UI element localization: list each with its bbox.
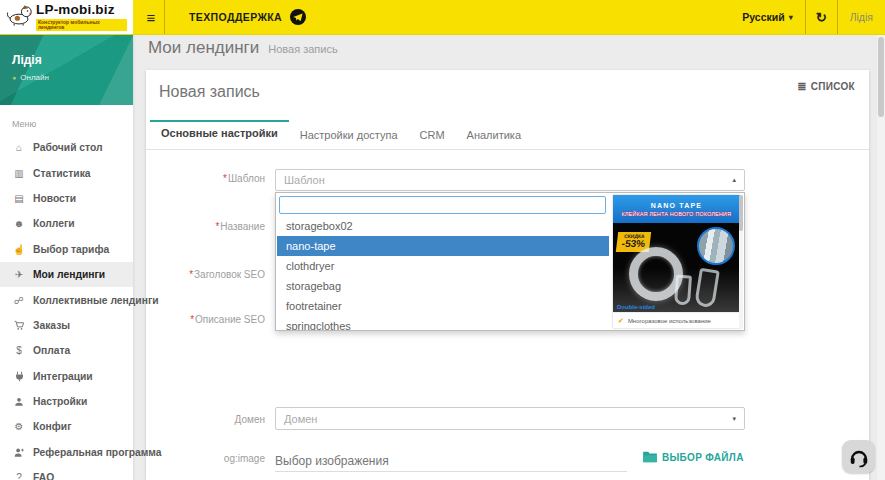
support-chat-widget[interactable] (842, 440, 875, 473)
dropdown-option[interactable]: footretainer (277, 296, 609, 316)
chevron-down-icon: ▾ (789, 13, 793, 22)
dropdown-option-highlighted[interactable]: nano-tape (277, 236, 609, 256)
preview-inset-photo (697, 227, 735, 265)
og-image-input[interactable] (275, 450, 627, 472)
desktop-icon: ⌂ (12, 142, 26, 153)
tab-analytics[interactable]: Аналитика (456, 120, 532, 149)
name-label: *Название (150, 221, 265, 232)
online-status-icon: ● (12, 74, 16, 81)
sidebar-item-my-landings[interactable]: ✈ Мои лендинги (0, 262, 133, 287)
template-dropdown: storagebox02 nano-tape clothdryer storag… (275, 192, 745, 331)
newspaper-icon: ▤ (12, 193, 26, 204)
topbar-username[interactable]: Лідія (838, 0, 885, 34)
sidebar-item-collective-landings[interactable]: ☍ Коллективные лендинги (0, 287, 133, 312)
og-image-label: og:image (150, 453, 265, 464)
breadcrumb-current: Новая запись (268, 43, 337, 55)
page-title: Новая запись (159, 83, 855, 101)
language-selector[interactable]: Русский ▾ (730, 0, 804, 34)
cart-icon (12, 320, 26, 331)
sidebar: Лідія ● Онлайн Меню ⌂ Рабочий стол ▥ Ста… (0, 35, 133, 480)
hand-pointer-icon: ☝ (12, 244, 26, 255)
dog-logo-icon (6, 3, 32, 31)
tape-strip-graphic (694, 268, 720, 309)
check-icon: ✔ (618, 317, 624, 325)
user-icon (12, 397, 26, 407)
dropdown-option[interactable]: springclothes (277, 316, 609, 331)
seo-description-label: *Описание SEO (150, 314, 265, 325)
topbar: LP-mobi.biz Конструктор мобильных лендин… (0, 0, 885, 35)
tab-main-settings[interactable]: Основные настройки (150, 120, 289, 149)
sidebar-item-colleagues[interactable]: ☻ Коллеги (0, 211, 133, 236)
language-label: Русский (742, 11, 784, 23)
hamburger-menu-icon[interactable]: ≡ (138, 0, 164, 34)
sidebar-item-news[interactable]: ▤ Новости (0, 186, 133, 211)
question-icon: ? (12, 472, 26, 480)
domain-select[interactable]: Домен ▾ (275, 407, 745, 430)
sidebar-user-panel: Лідія ● Онлайн (0, 35, 133, 105)
breadcrumb-section: Мои лендинги (148, 38, 259, 58)
brand-tagline: Конструктор мобильных лендингов (36, 19, 127, 31)
chevron-up-icon: ▴ (732, 176, 736, 184)
menu-section-label: Меню (12, 119, 121, 129)
list-button[interactable]: ≣ СПИСОК (797, 80, 855, 93)
tab-bar: Основные настройки Настройки доступа CRM… (146, 120, 869, 150)
user-name: Лідія (12, 53, 133, 67)
template-label: *Шаблон (150, 173, 265, 184)
content-card: Новая запись ≣ СПИСОК Основные настройки… (146, 70, 869, 480)
bar-chart-icon: ▥ (12, 168, 26, 179)
sidebar-item-statistics[interactable]: ▥ Статистика (0, 160, 133, 185)
sidebar-item-integrations[interactable]: Интеграции (0, 364, 133, 389)
dropdown-scrollbar[interactable] (739, 195, 743, 329)
sidebar-item-settings[interactable]: Настройки (0, 389, 133, 414)
logo[interactable]: LP-mobi.biz Конструктор мобильных лендин… (0, 0, 133, 34)
dropdown-scrollbar-thumb[interactable] (739, 195, 743, 231)
online-status-label: Онлайн (20, 73, 49, 82)
template-preview: NANO TAPE КЛЕЙКАЯ ЛЕНТА НОВОГО ПОКОЛЕНИЯ… (613, 195, 740, 328)
dropdown-search-input[interactable] (279, 196, 606, 214)
dollar-icon: $ (12, 345, 26, 356)
dropdown-option[interactable]: storagebox02 (277, 216, 609, 236)
folder-icon (643, 451, 657, 463)
tab-access-settings[interactable]: Настройки доступа (289, 120, 409, 149)
tab-crm[interactable]: CRM (409, 120, 456, 149)
list-icon: ≣ (797, 80, 807, 93)
sidebar-item-referral[interactable]: Реферальная программа (0, 440, 133, 465)
breadcrumb: Мои лендинги Новая запись (148, 38, 338, 58)
brand-name: LP-mobi.biz (36, 3, 127, 17)
preview-feature: Многоразовое использование (628, 318, 711, 324)
refresh-icon[interactable]: ↻ (806, 0, 837, 34)
sidebar-item-desktop[interactable]: ⌂ Рабочий стол (0, 135, 133, 160)
share-icon: ☍ (12, 295, 26, 306)
form-area: *Шаблон Шаблон ▴ *Название *Заголовок SE… (146, 150, 869, 480)
user-plus-icon (12, 447, 26, 458)
dropdown-option[interactable]: clothdryer (277, 256, 609, 276)
telegram-icon (290, 9, 306, 25)
chevron-down-icon: ▾ (732, 415, 736, 423)
tape-strip-graphic (674, 274, 692, 305)
sidebar-item-orders[interactable]: Заказы (0, 313, 133, 338)
domain-label: Домен (150, 414, 265, 425)
template-select[interactable]: Шаблон ▴ (275, 169, 745, 191)
sidebar-item-tariff[interactable]: ☝ Выбор тарифа (0, 237, 133, 262)
support-label: ТЕХПОДДЕРЖКА (189, 11, 282, 23)
page-scrollbar-thumb[interactable] (878, 37, 884, 117)
choose-file-button[interactable]: ВЫБОР ФАЙЛА (643, 451, 744, 463)
headset-icon (848, 446, 870, 468)
dropdown-option[interactable]: storagebag (277, 276, 609, 296)
sidebar-item-faq[interactable]: ? FAQ (0, 465, 133, 480)
gears-icon: ⚙ (12, 421, 26, 432)
page-scrollbar[interactable] (877, 35, 885, 480)
plug-icon (12, 371, 26, 382)
app-window: LP-mobi.biz Конструктор мобильных лендин… (0, 0, 885, 480)
preview-caption: Double-sided (617, 304, 655, 310)
users-icon: ☻ (12, 218, 26, 229)
preview-subtitle: КЛЕЙКАЯ ЛЕНТА НОВОГО ПОКОЛЕНИЯ (622, 211, 732, 217)
support-button[interactable]: ТЕХПОДДЕРЖКА (165, 0, 326, 34)
preview-title: NANO TAPE (651, 202, 703, 209)
sidebar-item-config[interactable]: ⚙ Конфиг (0, 414, 133, 439)
rocket-icon: ✈ (12, 269, 26, 280)
seo-title-label: *Заголовок SEO (150, 269, 265, 280)
preview-photo: СКИДКА -53% Double-sided (613, 223, 740, 312)
sidebar-item-payment[interactable]: $ Оплата (0, 338, 133, 363)
